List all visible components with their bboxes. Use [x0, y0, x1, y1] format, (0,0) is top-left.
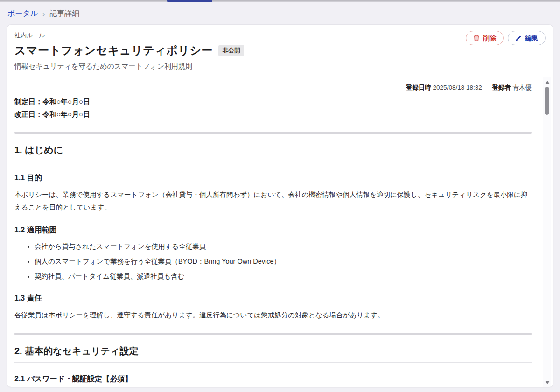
- policy-dates: 制定日：令和○年○月○日 改正日：令和○年○月○日: [14, 95, 532, 120]
- revised-date-line: 改正日：令和○年○月○日: [14, 108, 532, 120]
- edit-button[interactable]: 編集: [508, 31, 546, 45]
- registered-by-label: 登録者: [492, 84, 511, 91]
- vertical-scrollbar[interactable]: [543, 77, 551, 387]
- section-2-1-heading: 2.1 パスワード・認証設定【必須】: [14, 374, 532, 384]
- top-accent-bar: [167, 0, 212, 2]
- section-1-heading: 1. はじめに: [14, 144, 532, 161]
- breadcrumb-separator-icon: ›: [42, 10, 45, 18]
- list-item: 会社から貸与されたスマートフォンを使用する全従業員: [35, 241, 532, 252]
- edit-button-label: 編集: [525, 34, 538, 42]
- list-item: 個人のスマートフォンで業務を行う全従業員（BYOD：Bring Your Own…: [35, 256, 532, 267]
- section-divider: [14, 132, 532, 134]
- registered-at-label: 登録日時: [406, 84, 431, 91]
- scroll-down-arrow-icon[interactable]: [543, 378, 551, 386]
- breadcrumb-portal-link[interactable]: ポータル: [7, 9, 38, 19]
- list-item: 契約社員、パートタイム従業員、派遣社員も含む: [35, 271, 532, 282]
- section-2-heading: 2. 基本的なセキュリティ設定: [14, 345, 532, 363]
- page-title: スマートフォンセキュリティポリシー: [14, 43, 213, 58]
- registered-by-value: 青木優: [513, 84, 532, 91]
- section-1-3-body: 各従業員は本ポリシーを理解し、遵守する責任があります。違反行為については懲戒処分…: [14, 309, 532, 322]
- article-body-scroll[interactable]: 登録日時 2025/08/18 18:32 登録者 青木優 制定日：令和○年○月…: [7, 77, 553, 387]
- delete-button-label: 削除: [483, 34, 496, 42]
- scroll-up-arrow-icon[interactable]: [543, 78, 551, 86]
- article-header: 社内ルール スマートフォンセキュリティポリシー 非公開 情報セキュリティを守るた…: [7, 25, 553, 75]
- section-1-3-heading: 1.3 責任: [14, 294, 532, 303]
- breadcrumb: ポータル › 記事詳細: [0, 2, 560, 24]
- registered-at-value: 2025/08/18 18:32: [433, 84, 482, 91]
- article-card: 社内ルール スマートフォンセキュリティポリシー 非公開 情報セキュリティを守るた…: [7, 24, 553, 387]
- delete-button[interactable]: 削除: [466, 31, 504, 45]
- section-1-1-heading: 1.1 目的: [14, 173, 532, 183]
- registration-meta: 登録日時 2025/08/18 18:32 登録者 青木優: [14, 84, 532, 92]
- status-badge: 非公開: [218, 45, 245, 56]
- breadcrumb-current: 記事詳細: [49, 9, 79, 19]
- pencil-icon: [515, 35, 522, 42]
- enacted-date-line: 制定日：令和○年○月○日: [14, 95, 532, 108]
- trash-icon: [473, 35, 480, 42]
- section-divider: [14, 333, 532, 335]
- section-1-2-list: 会社から貸与されたスマートフォンを使用する全従業員 個人のスマートフォンで業務を…: [14, 241, 532, 282]
- section-1-2-heading: 1.2 適用範囲: [14, 225, 532, 235]
- article-content-region: 登録日時 2025/08/18 18:32 登録者 青木優 制定日：令和○年○月…: [7, 77, 553, 387]
- scrollbar-thumb[interactable]: [545, 87, 549, 115]
- header-actions: 削除 編集: [466, 31, 546, 45]
- article-subtitle: 情報セキュリティを守るためのスマートフォン利用規則: [14, 62, 546, 71]
- section-1-1-body: 本ポリシーは、業務で使用するスマートフォン（会社貸与・個人所有問わず）において、…: [14, 189, 532, 214]
- browser-chrome-strip: [0, 0, 560, 2]
